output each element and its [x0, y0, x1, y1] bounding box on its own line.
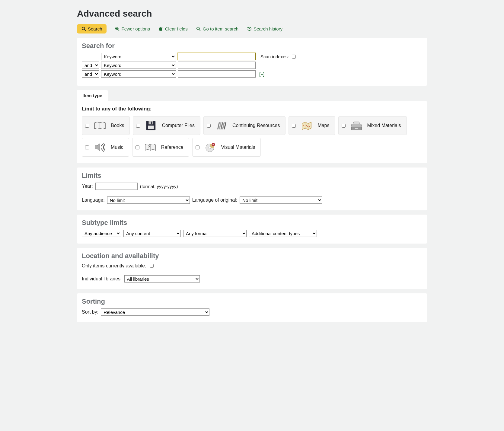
- search-term-input[interactable]: [178, 53, 256, 60]
- svg-point-17: [209, 147, 211, 149]
- item-type-checkbox[interactable]: [207, 124, 211, 128]
- operator-select[interactable]: and: [82, 62, 99, 69]
- clear-fields-label: Clear fields: [165, 26, 188, 31]
- fewer-options-label: Fewer options: [122, 26, 150, 31]
- search-for-panel: Search for Keyword Scan indexes: and Key…: [77, 38, 427, 86]
- book-icon: [93, 120, 107, 132]
- go-to-item-search-label: Go to item search: [203, 26, 238, 31]
- item-type-checkbox[interactable]: [85, 145, 89, 149]
- field-select[interactable]: Keyword: [101, 62, 176, 69]
- item-type-checkbox[interactable]: [196, 145, 199, 149]
- format-select[interactable]: Any format: [183, 230, 247, 237]
- stack-icon: [215, 120, 228, 132]
- available-label: Only items currently available:: [82, 263, 146, 269]
- language-original-select[interactable]: No limit: [240, 196, 322, 204]
- search-term-input[interactable]: [178, 70, 256, 78]
- location-panel: Location and availability Only items cur…: [77, 248, 427, 289]
- year-input[interactable]: [95, 183, 138, 190]
- limits-panel: Limits Year: (format: yyyy-yyyy) Languag…: [77, 168, 427, 210]
- item-type-visual-materials[interactable]: Visual Materials: [192, 138, 261, 157]
- svg-rect-13: [355, 128, 358, 129]
- item-type-continuing-resources[interactable]: Continuing Resources: [203, 116, 285, 135]
- item-type-label: Reference: [161, 145, 183, 150]
- history-icon: [247, 27, 252, 31]
- scan-indexes-label: Scan indexes:: [260, 54, 289, 59]
- item-type-checkbox[interactable]: [85, 124, 89, 128]
- sort-by-label: Sort by:: [82, 309, 98, 315]
- individual-libraries-select[interactable]: All libraries: [124, 275, 200, 283]
- language-label: Language:: [82, 197, 105, 203]
- year-label: Year:: [82, 184, 93, 189]
- item-type-reference[interactable]: ? Reference: [132, 138, 189, 157]
- sort-by-select[interactable]: Relevance: [101, 308, 209, 316]
- speaker-icon: [93, 141, 107, 153]
- year-hint: (format: yyyy-yyyy): [140, 184, 178, 189]
- item-type-checkbox[interactable]: [136, 145, 139, 149]
- floppy-icon: [144, 120, 158, 132]
- scan-indexes-checkbox[interactable]: [292, 55, 296, 59]
- item-type-label: Computer Files: [162, 123, 194, 128]
- search-for-heading: Search for: [82, 42, 422, 50]
- svg-rect-11: [148, 126, 154, 129]
- available-checkbox[interactable]: [150, 264, 154, 268]
- item-type-checkbox[interactable]: [136, 124, 140, 128]
- page-title: Advanced search: [77, 8, 427, 19]
- item-type-music[interactable]: Music: [82, 138, 129, 157]
- item-type-label: Music: [111, 145, 123, 150]
- zoom-out-icon: [115, 27, 120, 31]
- location-heading: Location and availability: [82, 252, 422, 260]
- language-select[interactable]: No limit: [107, 196, 190, 204]
- go-to-item-search-button[interactable]: Go to item search: [196, 26, 238, 31]
- sorting-heading: Sorting: [82, 298, 422, 305]
- sorting-panel: Sorting Sort by: Relevance: [77, 293, 427, 322]
- fewer-options-button[interactable]: Fewer options: [115, 26, 150, 31]
- search-icon: [196, 27, 201, 31]
- reference-icon: ?: [144, 141, 157, 153]
- item-type-maps[interactable]: Maps: [289, 116, 335, 135]
- subtype-panel: Subtype limits Any audience Any content …: [77, 215, 427, 244]
- field-select[interactable]: Keyword: [101, 70, 176, 78]
- additional-content-select[interactable]: Additional content types: [249, 230, 317, 237]
- item-type-checkbox[interactable]: [292, 124, 296, 128]
- search-history-button[interactable]: Search history: [247, 26, 282, 31]
- item-type-label: Maps: [317, 123, 329, 128]
- item-type-mixed-materials[interactable]: Mixed Materials: [338, 116, 407, 135]
- item-type-heading: Limit to any of the following:: [82, 106, 422, 112]
- search-row: Keyword Scan indexes:: [82, 53, 422, 60]
- trash-icon: [158, 27, 163, 31]
- field-select[interactable]: Keyword: [101, 53, 176, 60]
- drawer-icon: [350, 120, 363, 132]
- search-button-label: Search: [88, 26, 102, 31]
- item-type-panel: Limit to any of the following: Books Com…: [77, 101, 427, 163]
- search-row: and Keyword: [82, 62, 422, 69]
- disc-icon: [204, 141, 217, 153]
- svg-point-0: [82, 27, 85, 30]
- map-icon: [300, 120, 313, 132]
- svg-line-4: [118, 29, 119, 30]
- search-icon: [81, 27, 86, 31]
- audience-select[interactable]: Any audience: [82, 230, 121, 237]
- svg-line-6: [199, 29, 200, 30]
- svg-line-1: [84, 29, 85, 30]
- item-type-checkbox[interactable]: [342, 124, 346, 128]
- search-term-input[interactable]: [178, 62, 256, 69]
- toolbar: Search Fewer options Clear fields Go to …: [77, 24, 427, 34]
- clear-fields-button[interactable]: Clear fields: [158, 26, 188, 31]
- svg-point-5: [197, 27, 199, 30]
- item-type-label: Mixed Materials: [367, 123, 401, 128]
- tab-item-type[interactable]: Item type: [77, 90, 108, 101]
- limits-heading: Limits: [82, 172, 422, 180]
- item-type-label: Continuing Resources: [232, 123, 280, 128]
- individual-libraries-label: Individual libraries:: [82, 276, 122, 282]
- search-button[interactable]: Search: [77, 24, 107, 34]
- content-select[interactable]: Any content: [123, 230, 181, 237]
- svg-text:?: ?: [148, 145, 150, 149]
- item-type-label: Visual Materials: [221, 145, 255, 150]
- subtype-heading: Subtype limits: [82, 219, 422, 227]
- language-original-label: Language of original:: [192, 197, 237, 203]
- search-row: and Keyword [+]: [82, 70, 422, 78]
- item-type-books[interactable]: Books: [82, 116, 130, 135]
- add-search-row[interactable]: [+]: [259, 72, 264, 77]
- operator-select[interactable]: and: [82, 70, 99, 78]
- item-type-computer-files[interactable]: Computer Files: [133, 116, 200, 135]
